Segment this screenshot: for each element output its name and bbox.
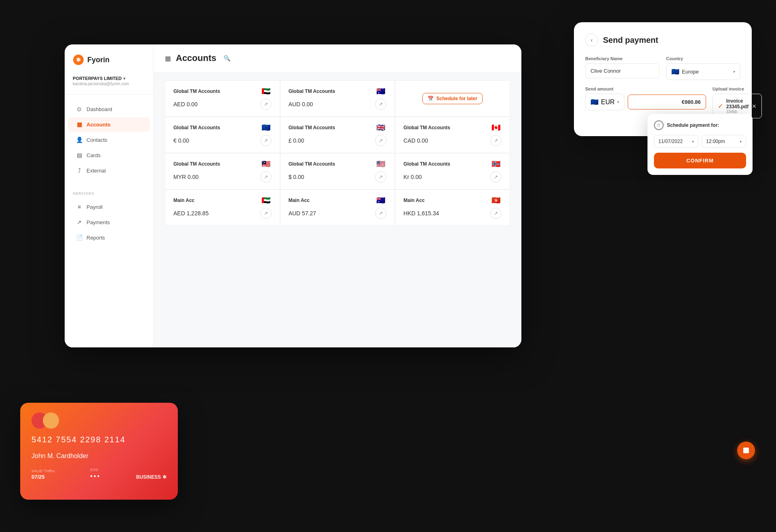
calendar-icon: 📅 [428, 96, 434, 101]
sidebar-item-reports[interactable]: 📄 Reports [68, 230, 150, 245]
payments-icon: ↗ [76, 219, 82, 225]
sidebar-item-label: External [86, 168, 106, 174]
back-button[interactable]: ‹ [585, 34, 598, 46]
send-button[interactable]: ↗ [375, 171, 386, 183]
account-card-main-hkd: Main Acc 🇭🇰 HKD 1,615.34 ↗ [395, 189, 510, 226]
services-nav: SERVICES ≡ Payroll ↗ Payments 📄 Reports [65, 185, 153, 252]
search-button[interactable]: 🔍 [221, 53, 232, 64]
send-button[interactable]: ↗ [375, 135, 386, 146]
valid-thru-group: VALID THRU 07/25 [32, 469, 55, 480]
account-card-main-aed: Main Acc 🇦🇪 AED 1,228.85 ↗ [165, 189, 280, 226]
modal-title: Send payment [603, 36, 658, 45]
send-button[interactable]: ↗ [260, 135, 272, 146]
main-nav: ⊙ Dashboard ▦ Accounts 👤 Contacts ▤ Card… [65, 95, 153, 185]
country-select[interactable]: 🇪🇺 Europe ▾ [666, 63, 740, 80]
account-name: Global TM Accounts [289, 161, 335, 167]
sidebar-item-contacts[interactable]: 👤 Contacts [68, 132, 150, 147]
sidebar-item-cards[interactable]: ▤ Cards [68, 148, 150, 162]
account-card-cad: Global TM Accounts 🇨🇦 CAD 0.00 ↗ [395, 117, 510, 153]
upload-invoice-label: Upload invoice [713, 86, 762, 91]
send-button[interactable]: ↗ [260, 208, 272, 219]
accounts-grid: Global TM Accounts 🇦🇪 AED 0.00 ↗ Global … [154, 72, 521, 234]
clock-icon: ⏱ [654, 120, 664, 130]
no-flag-icon: 🇳🇴 [490, 160, 502, 168]
mastercard-orange-circle [43, 412, 59, 429]
au-flag-icon: 🇦🇺 [375, 87, 386, 95]
send-amount-label: Send amount [585, 86, 706, 91]
valid-thru-label: VALID THRU [32, 469, 55, 473]
sidebar-item-label: Cards [86, 152, 101, 158]
card-bottom: VALID THRU 07/25 CVC ••• BUSINESS ❄ [32, 468, 167, 480]
account-balance: MYR 0.00 [173, 174, 198, 180]
chevron-down-icon: ▾ [733, 69, 735, 74]
time-select[interactable]: 12:00pm ▾ [702, 135, 746, 148]
schedule-later-cell: 📅 Schedule for later [395, 80, 510, 117]
sidebar-item-external[interactable]: ⤴ External [68, 163, 150, 178]
gb-flag-icon: 🇬🇧 [375, 124, 386, 132]
account-name: Main Acc [289, 198, 310, 203]
country-value: Europe [682, 69, 731, 75]
account-name: Main Acc [173, 198, 194, 203]
account-name: Global TM Accounts [289, 125, 335, 130]
date-select[interactable]: 11/07/2022 ▾ [654, 135, 698, 148]
user-email: karolina.jarosinska@fyorin.com [73, 82, 145, 86]
main-content: ▦ Accounts 🔍 Global TM Accounts 🇦🇪 AED 0… [154, 44, 521, 347]
fyorin-logo-icon: ❄ [73, 54, 84, 65]
send-button[interactable]: ↗ [490, 208, 502, 219]
currency-select[interactable]: 🇪🇺 EUR ▾ [585, 94, 624, 110]
account-name: Global TM Accounts [173, 88, 220, 94]
country-label: Country [666, 56, 740, 61]
eur-flag-icon: 🇪🇺 [590, 98, 599, 106]
sidebar-item-dashboard[interactable]: ⊙ Dashboard [68, 102, 150, 116]
schedule-header: ⏱ Schedule payment for: [654, 120, 746, 130]
send-button[interactable]: ↗ [490, 135, 502, 146]
account-card-myr: Global TM Accounts 🇲🇾 MYR 0.00 ↗ [165, 153, 280, 189]
confirm-button[interactable]: CONFIRM [654, 153, 746, 168]
beneficiary-group: Beneficiary Name [585, 56, 660, 80]
country-group: Country 🇪🇺 Europe ▾ [666, 56, 740, 80]
page-title-icon: ▦ [165, 55, 171, 62]
invoice-check-icon: ✓ [718, 102, 723, 110]
close-icon[interactable]: ✕ [752, 103, 757, 109]
snowflake-icon: ❄ [162, 474, 167, 480]
chevron-down-icon: ▾ [617, 100, 619, 104]
account-name: Global TM Accounts [403, 125, 450, 130]
sidebar-item-label: Payments [86, 219, 110, 225]
send-button[interactable]: ↗ [375, 99, 386, 110]
chevron-down-icon: ▾ [740, 139, 742, 144]
send-button[interactable]: ↗ [375, 208, 386, 219]
amount-row: 🇪🇺 EUR ▾ [585, 94, 706, 110]
account-balance: AUD 0.00 [289, 101, 313, 107]
sidebar-item-payroll[interactable]: ≡ Payroll [68, 200, 150, 214]
beneficiary-input[interactable] [585, 63, 660, 78]
account-name: Global TM Accounts [173, 161, 220, 167]
invoice-name: Invoice 23345.pdf [726, 98, 749, 109]
cvc-group: CVC ••• [90, 468, 101, 480]
sidebar-item-label: Accounts [86, 122, 110, 128]
fab-button[interactable] [737, 442, 755, 459]
reports-icon: 📄 [76, 234, 82, 241]
time-value: 12:00pm [706, 139, 725, 144]
schedule-later-button[interactable]: 📅 Schedule for later [422, 93, 482, 104]
eu-flag-icon: 🇪🇺 [260, 124, 272, 132]
my-flag-icon: 🇲🇾 [260, 160, 272, 168]
payroll-icon: ≡ [76, 204, 82, 210]
company-name[interactable]: PORTERPAYS LIMITED ▾ [73, 76, 145, 81]
send-button[interactable]: ↗ [260, 99, 272, 110]
cvc-label: CVC [90, 468, 101, 472]
contacts-icon: 👤 [76, 137, 82, 143]
chevron-down-icon: ▾ [692, 139, 694, 144]
sidebar-item-label: Payroll [86, 204, 103, 210]
modal-header: ‹ Send payment [585, 34, 740, 46]
sidebar-item-accounts[interactable]: ▦ Accounts [68, 117, 150, 132]
amount-input[interactable] [628, 95, 706, 109]
external-icon: ⤴ [76, 167, 82, 174]
sidebar-item-payments[interactable]: ↗ Payments [68, 215, 150, 229]
send-button[interactable]: ↗ [490, 171, 502, 183]
account-balance: AED 1,228.85 [173, 210, 209, 217]
chevron-down-icon: ▾ [123, 76, 125, 81]
app-window: ❄ Fyorin PORTERPAYS LIMITED ▾ karolina.j… [65, 44, 521, 347]
ae-flag-icon: 🇦🇪 [260, 87, 272, 95]
form-row-1: Beneficiary Name Country 🇪🇺 Europe ▾ [585, 56, 740, 80]
send-button[interactable]: ↗ [260, 171, 272, 183]
